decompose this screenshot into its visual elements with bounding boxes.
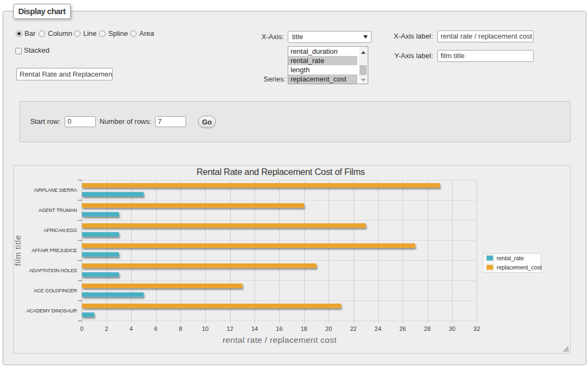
svg-text:AFFAIR PREJUDICE: AFFAIR PREJUDICE [32,248,77,253]
svg-text:AFRICAN EGG: AFRICAN EGG [44,228,77,233]
svg-text:12: 12 [227,325,233,332]
svg-text:30: 30 [449,325,455,332]
svg-text:20: 20 [325,325,332,332]
svg-text:32: 32 [473,325,480,332]
svg-text:2: 2 [105,325,108,332]
svg-text:rental_rate: rental_rate [497,255,524,261]
svg-text:film title: film title [13,235,22,266]
svg-text:8: 8 [179,325,182,332]
svg-text:ADAPTATION HOLES: ADAPTATION HOLES [29,268,77,273]
svg-text:10: 10 [202,325,208,332]
svg-text:24: 24 [375,325,381,332]
svg-text:28: 28 [424,325,431,332]
svg-text:ACE GOLDFINGER: ACE GOLDFINGER [34,288,77,293]
svg-text:0: 0 [80,325,83,332]
svg-text:26: 26 [399,325,406,332]
svg-text:AIRPLANE SIERRA: AIRPLANE SIERRA [34,187,77,193]
svg-text:ACADEMY DINOSAUR: ACADEMY DINOSAUR [26,308,77,313]
svg-text:Rental Rate and Replacement Co: Rental Rate and Replacement Cost of Film… [196,167,365,177]
svg-text:18: 18 [301,325,307,332]
svg-text:14: 14 [251,325,258,332]
svg-text:22: 22 [350,325,356,332]
svg-text:16: 16 [276,325,282,332]
svg-text:AGENT TRUMAN: AGENT TRUMAN [39,208,77,213]
svg-text:4: 4 [129,325,133,332]
svg-text:6: 6 [154,325,157,332]
svg-text:replacement_cost: replacement_cost [497,264,542,271]
svg-text:rental rate / replacement cost: rental rate / replacement cost [222,335,337,344]
